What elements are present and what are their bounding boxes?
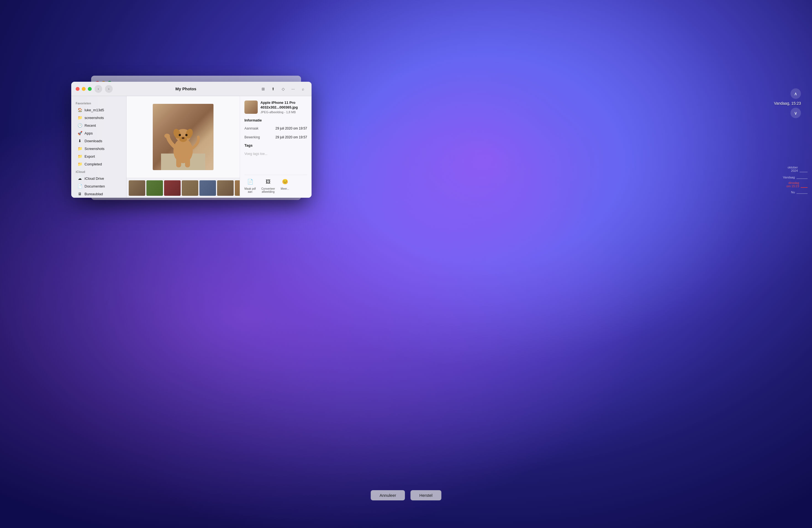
sidebar-item-label: Export [85,155,95,159]
convert-icon: 🖼 [264,177,273,186]
sidebar-item-screenshots2[interactable]: 📁 Screenshots [73,145,125,152]
oktober-line [800,172,808,172]
annuleer-button[interactable]: Annuleer [371,490,405,500]
info-aanmaak-row: Aanmaak 29 juli 2020 om 19:57 [244,126,307,131]
svg-point-6 [182,137,185,139]
vandaag-line [797,178,808,179]
clock-icon: 🕐 [77,123,82,128]
toolbar-actions: ⊞ ⬆ ◇ ··· ⌕ [259,85,307,93]
current-time: Vandaag, 15:23 [774,101,801,105]
apps-icon: 🚀 [77,131,82,136]
titlebar: ‹ › My Photos ⊞ ⬆ ◇ ··· ⌕ [71,82,311,96]
vandaag-label: Vandaag [783,176,795,179]
home-icon: 🏠 [77,107,82,113]
sidebar-item-label: Recent [85,123,96,128]
thumbnail[interactable] [146,180,163,196]
content-area: Apple iPhone 11 Pro 4032x302...000365.jp… [127,96,311,198]
sidebar-item-bureaublad[interactable]: 🖥 Bureaublad [73,190,125,198]
sidebar-item-downloads[interactable]: ⬇ Downloads [73,137,125,145]
svg-point-8 [185,134,188,136]
sidebar-item-apps[interactable]: 🚀 Apps [73,129,125,137]
nu-line [797,193,808,194]
sidebar-item-label: Bureaublad [85,192,103,196]
favorites-label: Favorieten [71,99,126,106]
info-actions: 📄 Maak pdfaan 🖼 Converteerafbeelding 😊 M… [244,175,307,193]
desktop-icon: 🖥 [77,191,82,196]
oktober-label: oktober 2024 [785,166,798,172]
minimize-button[interactable] [82,87,86,91]
sidebar-item-completed[interactable]: 📁 Completed [73,160,125,168]
sidebar-item-label: Completed [85,162,102,166]
back-icon: ‹ [98,87,99,91]
window-title: My Photos [115,86,256,91]
photo-area [127,96,240,198]
view-button[interactable]: ⊞ [259,85,267,93]
sidebar-item-label: luke_m13d5 [85,108,104,112]
folder2-icon: 📁 [77,146,82,151]
sidebar-item-icloud-drive[interactable]: ☁ iCloud Drive [73,175,125,182]
pdf-action-button[interactable]: 📄 Maak pdfaan [244,177,256,193]
sidebar-item-label: iCloud Drive [85,176,104,180]
convert-action-button[interactable]: 🖼 Converteerafbeelding [261,177,275,193]
thumbnail[interactable] [164,180,180,196]
info-file-type: JPEG-afbeelding - 1,8 MB [260,111,298,114]
thumbnail[interactable] [129,180,145,196]
share-icon: ⬆ [272,87,275,91]
info-section-title: Informatie [244,118,307,122]
thumbnail[interactable] [217,180,234,196]
forward-icon: › [108,87,110,91]
info-bewerking-row: Bewerking 29 juli 2020 om 19:57 [244,134,307,140]
window-body: Favorieten 🏠 luke_m13d5 📁 screenshots 🕐 … [71,96,311,198]
dog-svg [161,115,205,170]
sidebar-item-label: screenshots [85,116,104,120]
doc-icon: 📄 [77,184,82,189]
svg-point-11 [164,134,170,138]
herstel-button[interactable]: Herstel [410,490,441,500]
sidebar-item-luke[interactable]: 🏠 luke_m13d5 [73,106,125,114]
pdf-label: Maak pdfaan [244,187,256,193]
photo-strip [127,178,240,198]
info-header: Apple iPhone 11 Pro 4032x302...000365.jp… [244,101,307,114]
traffic-lights [76,87,92,91]
thumbnail[interactable] [235,180,240,196]
sidebar-item-label: Apps [85,131,93,135]
share-button[interactable]: ⬆ [269,85,277,93]
maximize-button[interactable] [88,87,92,91]
right-panel: ∧ Vandaag, 15:23 ∨ [774,88,801,118]
scroll-up-button[interactable]: ∧ [791,88,801,99]
sidebar-item-documenten[interactable]: 📄 Documenten [73,182,125,190]
tags-section-title: Tags [244,143,307,147]
sidebar-item-recent[interactable]: 🕐 Recent [73,121,125,129]
back-button[interactable]: ‹ [95,85,102,93]
sidebar-item-label: Downloads [85,139,102,143]
tag-icon: ◇ [282,87,285,91]
search-icon: ⌕ [302,87,304,91]
scroll-down-button[interactable]: ∨ [791,108,801,118]
sidebar-item-label: Screenshots [85,147,104,151]
more-actions-icon: 😊 [280,177,289,186]
more-label: Meer... [280,187,289,190]
desktop: ‹ › My Photos ⊞ ⬆ ◇ ··· ⌕ [0,0,812,528]
forward-button[interactable]: › [105,85,113,93]
svg-point-7 [179,134,181,136]
nu-label: Nu [791,191,795,194]
tag-button[interactable]: ◇ [279,85,287,93]
more-action-button[interactable]: 😊 Meer... [280,177,289,193]
convert-label: Converteerafbeelding [261,187,275,193]
thumbnail[interactable] [182,180,198,196]
bottom-buttons: Annuleer Herstel [371,490,441,500]
more-button[interactable]: ··· [289,85,297,93]
svg-rect-9 [176,156,181,167]
search-button[interactable]: ⌕ [299,85,307,93]
close-button[interactable] [76,87,79,91]
sidebar-item-export[interactable]: 📁 Export [73,152,125,160]
thumbnail[interactable] [199,180,216,196]
tags-input[interactable]: Voeg tags toe... [244,151,307,157]
sidebar-item-screenshots[interactable]: 📁 screenshots [73,114,125,121]
info-file-title: Apple iPhone 11 Pro [260,101,298,105]
icloud-label: iCloud [71,168,126,175]
info-file-info: Apple iPhone 11 Pro 4032x302...000365.jp… [260,101,298,114]
up-arrow-icon: ∧ [794,91,797,97]
more-icon: ··· [291,87,295,91]
sidebar: Favorieten 🏠 luke_m13d5 📁 screenshots 🕐 … [71,96,127,198]
